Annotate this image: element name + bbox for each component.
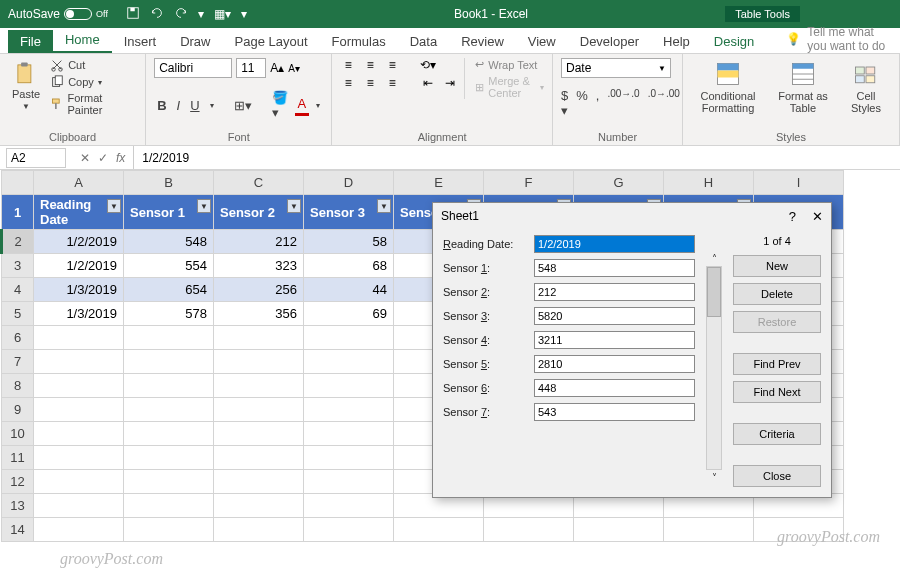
align-left-icon[interactable]: ≡ — [340, 76, 356, 90]
row-header[interactable]: 9 — [2, 398, 34, 422]
cell[interactable] — [574, 518, 664, 542]
column-header[interactable]: G — [574, 171, 664, 195]
name-box[interactable]: A2 — [6, 148, 66, 168]
tab-developer[interactable]: Developer — [568, 30, 651, 53]
form-field-input[interactable] — [534, 283, 695, 301]
filter-dropdown-icon[interactable]: ▼ — [377, 199, 391, 213]
row-header[interactable]: 4 — [2, 278, 34, 302]
copy-button[interactable]: Copy ▾ — [50, 75, 137, 89]
enter-icon[interactable]: ✓ — [98, 151, 108, 165]
row-header[interactable]: 1 — [2, 195, 34, 230]
cell[interactable] — [214, 518, 304, 542]
tab-review[interactable]: Review — [449, 30, 516, 53]
cell[interactable] — [34, 494, 124, 518]
cell[interactable] — [34, 446, 124, 470]
form-field-input[interactable] — [534, 331, 695, 349]
cell[interactable] — [214, 446, 304, 470]
column-header[interactable]: A — [34, 171, 124, 195]
font-color-button[interactable]: A — [295, 94, 310, 116]
tell-me-search[interactable]: 💡 Tell me what you want to do — [766, 25, 892, 53]
row-header[interactable]: 6 — [2, 326, 34, 350]
cell[interactable] — [304, 518, 394, 542]
cell-styles-button[interactable]: Cell Styles — [841, 58, 891, 116]
find-next-button[interactable]: Find Next — [733, 381, 821, 403]
decrease-indent-icon[interactable]: ⇤ — [420, 76, 436, 90]
cell[interactable]: 578 — [124, 302, 214, 326]
font-size-combo[interactable] — [236, 58, 266, 78]
column-header[interactable]: I — [754, 171, 844, 195]
align-bottom-icon[interactable]: ≡ — [384, 58, 400, 72]
cell[interactable] — [124, 422, 214, 446]
cell[interactable] — [124, 350, 214, 374]
row-header[interactable]: 14 — [2, 518, 34, 542]
find-prev-button[interactable]: Find Prev — [733, 353, 821, 375]
cell[interactable]: 554 — [124, 254, 214, 278]
formula-input[interactable]: 1/2/2019 — [133, 146, 900, 169]
form-field-input[interactable] — [534, 403, 695, 421]
wrap-text-button[interactable]: ↩Wrap Text — [475, 58, 544, 71]
italic-button[interactable]: I — [174, 96, 184, 115]
tab-draw[interactable]: Draw — [168, 30, 222, 53]
scroll-up-icon[interactable]: ˄ — [712, 253, 717, 264]
table-header-cell[interactable]: Sensor 1▼ — [124, 195, 214, 230]
decrease-decimal-icon[interactable]: .0→.00 — [648, 88, 680, 118]
tab-file[interactable]: File — [8, 30, 53, 53]
table-header-cell[interactable]: Sensor 3▼ — [304, 195, 394, 230]
select-all-corner[interactable] — [2, 171, 34, 195]
currency-button[interactable]: $ ▾ — [561, 88, 568, 118]
orientation-icon[interactable]: ⟲▾ — [420, 58, 436, 72]
cell[interactable]: 323 — [214, 254, 304, 278]
cell[interactable] — [304, 398, 394, 422]
cell[interactable]: 212 — [214, 230, 304, 254]
form-field-input[interactable] — [534, 259, 695, 277]
tab-help[interactable]: Help — [651, 30, 702, 53]
undo-icon[interactable] — [150, 6, 164, 23]
row-header[interactable]: 5 — [2, 302, 34, 326]
row-header[interactable]: 12 — [2, 470, 34, 494]
increase-decimal-icon[interactable]: .00→.0 — [607, 88, 639, 118]
cell[interactable] — [34, 518, 124, 542]
format-as-table-button[interactable]: Format as Table — [771, 58, 835, 116]
cell[interactable]: 1/3/2019 — [34, 302, 124, 326]
cell[interactable] — [304, 326, 394, 350]
cell[interactable]: 256 — [214, 278, 304, 302]
cell[interactable] — [124, 446, 214, 470]
table-header-cell[interactable]: Reading Date▼ — [34, 195, 124, 230]
cell[interactable] — [664, 518, 754, 542]
comma-button[interactable]: , — [596, 88, 600, 118]
cell[interactable] — [214, 470, 304, 494]
border-button[interactable]: ⊞▾ — [231, 96, 255, 115]
table-header-cell[interactable]: Sensor 2▼ — [214, 195, 304, 230]
form-field-input[interactable] — [534, 235, 695, 253]
form-field-input[interactable] — [534, 355, 695, 373]
cell[interactable] — [34, 350, 124, 374]
column-header[interactable]: H — [664, 171, 754, 195]
tab-page-layout[interactable]: Page Layout — [223, 30, 320, 53]
criteria-button[interactable]: Criteria — [733, 423, 821, 445]
save-icon[interactable] — [126, 6, 140, 23]
redo-icon[interactable] — [174, 6, 188, 23]
tab-insert[interactable]: Insert — [112, 30, 169, 53]
format-painter-button[interactable]: Format Painter — [50, 92, 137, 116]
qat-icon[interactable]: ▾ — [241, 7, 247, 21]
conditional-formatting-button[interactable]: Conditional Formatting — [691, 58, 765, 116]
cell[interactable] — [34, 374, 124, 398]
tab-formulas[interactable]: Formulas — [320, 30, 398, 53]
row-header[interactable]: 8 — [2, 374, 34, 398]
cell[interactable] — [304, 446, 394, 470]
cell[interactable]: 1/2/2019 — [34, 254, 124, 278]
tab-design[interactable]: Design — [702, 30, 766, 53]
cell[interactable] — [214, 494, 304, 518]
qat-icon[interactable]: ▦▾ — [214, 7, 231, 21]
new-button[interactable]: New — [733, 255, 821, 277]
cell[interactable] — [124, 518, 214, 542]
close-button[interactable]: Close — [733, 465, 821, 487]
align-center-icon[interactable]: ≡ — [362, 76, 378, 90]
tab-view[interactable]: View — [516, 30, 568, 53]
cell[interactable] — [124, 398, 214, 422]
column-header[interactable]: C — [214, 171, 304, 195]
cell[interactable] — [304, 470, 394, 494]
form-field-input[interactable] — [534, 379, 695, 397]
number-format-combo[interactable]: Date▼ — [561, 58, 671, 78]
cell[interactable] — [304, 350, 394, 374]
